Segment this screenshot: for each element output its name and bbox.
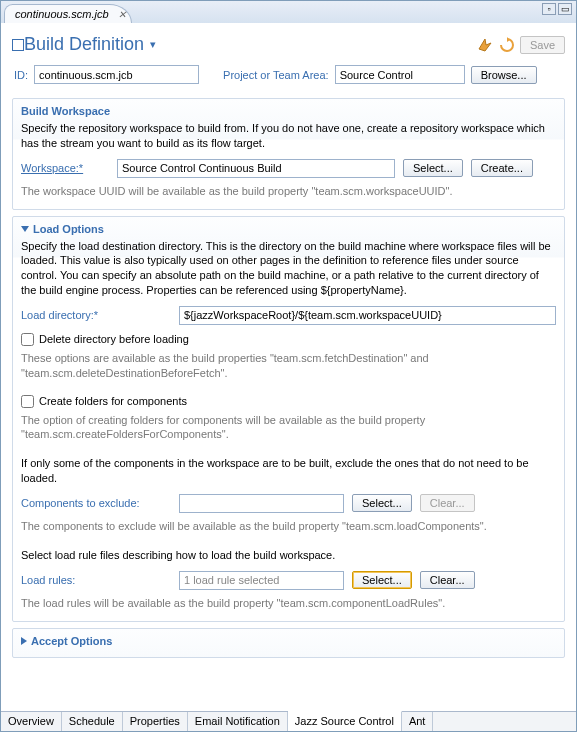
load-rules-field — [179, 571, 344, 590]
refresh-icon[interactable] — [498, 36, 516, 54]
create-folders-checkbox[interactable] — [21, 395, 34, 408]
select-workspace-button[interactable]: Select... — [403, 159, 463, 177]
tab-title: continuous.scm.jcb — [15, 8, 109, 20]
section-header[interactable]: Accept Options — [21, 635, 556, 647]
clear-components-button[interactable]: Clear... — [420, 494, 475, 512]
tab-overview[interactable]: Overview — [1, 712, 62, 731]
workspace-label[interactable]: Workspace:* — [21, 162, 109, 174]
create-folders-label: Create folders for components — [39, 395, 187, 407]
create-workspace-button[interactable]: Create... — [471, 159, 533, 177]
close-icon[interactable]: ✕ — [118, 9, 126, 20]
title-menu-dropdown-icon[interactable]: ▾ — [150, 38, 156, 51]
build-definition-icon — [12, 39, 24, 51]
editor-tab[interactable]: continuous.scm.jcb ✕ — [4, 4, 132, 23]
exclude-desc: If only some of the components in the wo… — [21, 456, 556, 486]
section-header[interactable]: Build Workspace — [21, 105, 556, 117]
load-rules-label: Load rules: — [21, 574, 171, 586]
twisty-right-icon[interactable] — [21, 637, 27, 645]
request-build-icon[interactable] — [476, 36, 494, 54]
accept-options-section: Accept Options — [12, 628, 565, 658]
twisty-down-icon[interactable] — [21, 226, 29, 232]
maximize-icon[interactable]: ▭ — [558, 3, 572, 15]
section-desc: Specify the repository workspace to buil… — [21, 121, 556, 151]
delete-dir-hint: These options are available as the build… — [21, 351, 556, 381]
delete-dir-checkbox[interactable] — [21, 333, 34, 346]
load-rules-desc: Select load rule files describing how to… — [21, 548, 556, 563]
select-load-rules-button[interactable]: Select... — [352, 571, 412, 589]
load-rules-hint: The load rules will be available as the … — [21, 596, 556, 611]
components-label: Components to exclude: — [21, 497, 171, 509]
load-dir-field[interactable] — [179, 306, 556, 325]
tab-jazz-source-control[interactable]: Jazz Source Control — [288, 711, 402, 731]
browse-button[interactable]: Browse... — [471, 66, 537, 84]
bottom-tab-bar: Overview Schedule Properties Email Notif… — [1, 711, 576, 731]
page-title[interactable]: Build Definition ▾ — [24, 34, 156, 55]
tab-email[interactable]: Email Notification — [188, 712, 288, 731]
build-workspace-section: Build Workspace Specify the repository w… — [12, 98, 565, 210]
section-desc: Specify the load destination directory. … — [21, 239, 556, 298]
load-options-section: Load Options Specify the load destinatio… — [12, 216, 565, 622]
select-components-button[interactable]: Select... — [352, 494, 412, 512]
minimize-icon[interactable]: ▫ — [542, 3, 556, 15]
project-label: Project or Team Area: — [223, 69, 329, 81]
clear-load-rules-button[interactable]: Clear... — [420, 571, 475, 589]
project-field[interactable] — [335, 65, 465, 84]
editor-tab-bar: continuous.scm.jcb ✕ ▫ ▭ — [1, 1, 576, 23]
save-button[interactable]: Save — [520, 36, 565, 54]
components-field[interactable] — [179, 494, 344, 513]
workspace-field[interactable] — [117, 159, 395, 178]
create-folders-hint: The option of creating folders for compo… — [21, 413, 556, 443]
load-dir-label: Load directory:* — [21, 309, 171, 321]
id-label: ID: — [14, 69, 28, 81]
section-header[interactable]: Load Options — [21, 223, 556, 235]
components-hint: The components to exclude will be availa… — [21, 519, 556, 534]
tab-schedule[interactable]: Schedule — [62, 712, 123, 731]
delete-dir-label: Delete directory before loading — [39, 333, 189, 345]
tab-ant[interactable]: Ant — [402, 712, 434, 731]
tab-properties[interactable]: Properties — [123, 712, 188, 731]
id-field[interactable] — [34, 65, 199, 84]
workspace-hint: The workspace UUID will be available as … — [21, 184, 556, 199]
